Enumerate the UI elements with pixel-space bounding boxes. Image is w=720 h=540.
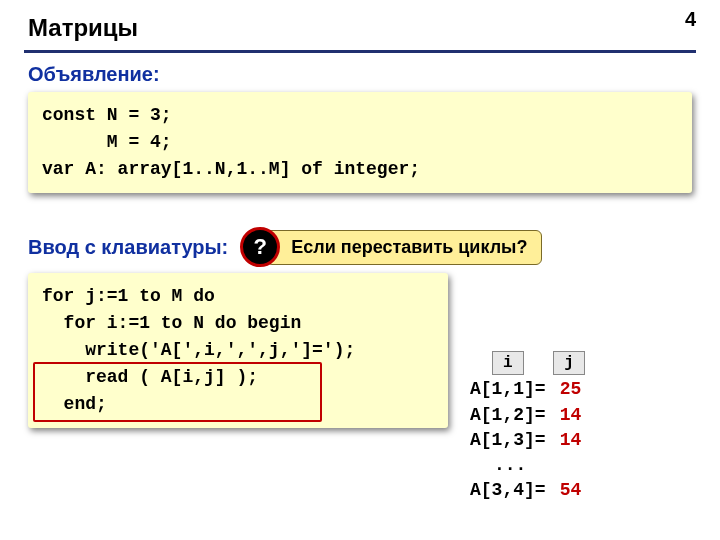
- sample-row: A[3,4]=54: [470, 478, 585, 503]
- j-label: j: [553, 351, 585, 375]
- title-rule: [24, 50, 696, 53]
- sample-value: 54: [546, 480, 582, 500]
- page-title: Матрицы: [0, 0, 720, 48]
- declaration-code: const N = 3; M = 4; var A: array[1..N,1.…: [28, 92, 692, 193]
- sample-label: ...: [494, 455, 526, 475]
- page-number: 4: [685, 8, 696, 31]
- sample-label: A[1,1]=: [470, 379, 546, 399]
- sample-label: A[3,4]=: [470, 480, 546, 500]
- question-text: Если переставить циклы?: [266, 230, 542, 265]
- sample-label: A[1,3]=: [470, 430, 546, 450]
- input-heading: Ввод с клавиатуры:: [28, 236, 228, 259]
- sample-row: A[1,2]=14: [470, 403, 585, 428]
- declaration-heading: Объявление:: [0, 59, 720, 92]
- sample-ellipsis: ...: [470, 453, 585, 478]
- sample-value: 25: [546, 379, 582, 399]
- sample-label: A[1,2]=: [470, 405, 546, 425]
- question-mark-icon: ?: [240, 227, 280, 267]
- input-code: for j:=1 to M do for i:=1 to N do begin …: [28, 273, 448, 428]
- sample-output: i j A[1,1]=25 A[1,2]=14 A[1,3]=14 ... A[…: [470, 350, 585, 503]
- sample-value: 14: [546, 405, 582, 425]
- question-callout: ? Если переставить циклы?: [240, 227, 542, 267]
- sample-value: 14: [546, 430, 582, 450]
- sample-row: A[1,3]=14: [470, 428, 585, 453]
- sample-row: A[1,1]=25: [470, 377, 585, 402]
- i-label: i: [492, 351, 524, 375]
